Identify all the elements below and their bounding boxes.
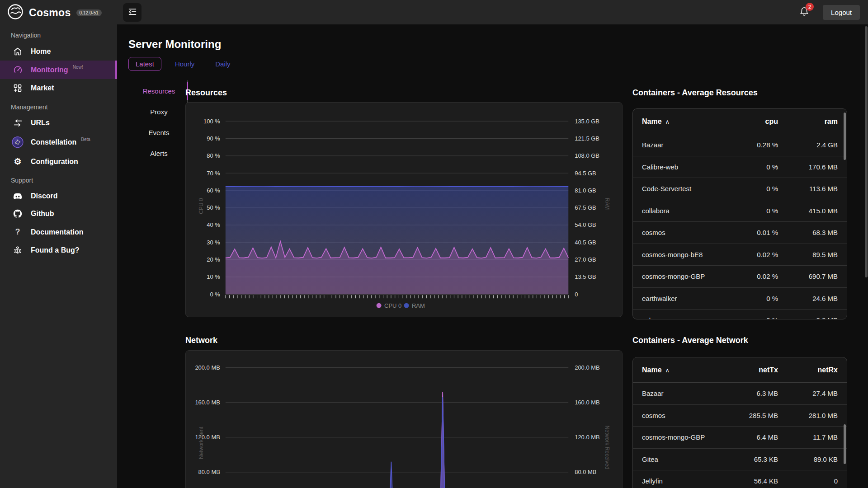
tab-latest[interactable]: Latest — [128, 57, 161, 71]
side-tab-alerts[interactable]: Alerts — [131, 143, 187, 164]
column-header-name[interactable]: Name∧ — [642, 366, 719, 374]
nav-section-support: SupportDiscordGithub?DocumentationFound … — [0, 170, 117, 259]
notifications-button[interactable]: 2 — [799, 6, 809, 19]
cell-value: 0 % — [719, 163, 778, 171]
svg-text:40 %: 40 % — [207, 222, 220, 229]
sidebar-item-github[interactable]: Github — [0, 205, 117, 223]
cell-value: 0 % — [719, 207, 778, 215]
svg-text:50 %: 50 % — [207, 204, 220, 211]
sidebar-item-found-a-bug[interactable]: Found a Bug? — [0, 241, 117, 259]
cell-value: 0.28 % — [719, 141, 778, 149]
cell-name: cosmos-mongo-bE8 — [642, 251, 719, 258]
svg-text:0: 0 — [575, 291, 578, 298]
svg-text:67.5 GB: 67.5 GB — [575, 204, 596, 211]
resources-chart-card: 0 %010 %13.5 GB20 %27.0 GB30 %40.5 GB40 … — [185, 102, 623, 317]
cell-name: cosmos-mongo-GBP — [642, 433, 719, 441]
sidebar-item-constellation[interactable]: ConstellationBeta — [0, 131, 117, 153]
page-scrollbar[interactable] — [865, 26, 868, 277]
cell-value: 170.6 MB — [778, 163, 838, 171]
urls-icon — [12, 119, 24, 127]
sort-asc-icon: ∧ — [665, 367, 670, 374]
sidebar-item-home[interactable]: Home — [0, 42, 117, 61]
sidebar-item-discord[interactable]: Discord — [0, 188, 117, 205]
charts-column: Resources 0 %010 %13.5 GB20 %27.0 GB30 %… — [185, 24, 623, 488]
sidebar-item-label: URLs — [31, 119, 50, 127]
svg-text:40.5 GB: 40.5 GB — [575, 239, 596, 246]
table-scrollbar-thumb[interactable] — [844, 113, 846, 160]
sidebar-item-documentation[interactable]: ?Documentation — [0, 223, 117, 241]
svg-text:13.5 GB: 13.5 GB — [575, 273, 596, 280]
table-row-bazaar: Bazaar0.28 %2.4 GB — [633, 134, 847, 156]
svg-text:CPU 0: CPU 0 — [384, 302, 401, 309]
cell-name: collabora — [642, 207, 719, 215]
sidebar-item-label: Discord — [31, 192, 58, 200]
cell-value: 24.6 MB — [778, 295, 838, 302]
svg-text:160.0 MB: 160.0 MB — [195, 399, 220, 406]
cell-name: echo — [642, 316, 719, 319]
column-header-cpu[interactable]: cpu — [719, 117, 778, 126]
side-tab-resources[interactable]: Resources — [131, 80, 187, 101]
network-chart-card: 80.0 MB80.0 MB120.0 MB120.0 MB160.0 MB16… — [185, 350, 623, 488]
app-name: Cosmos — [29, 7, 71, 19]
question-icon: ? — [12, 227, 24, 237]
cell-name: Bazaar — [642, 141, 719, 149]
cell-name: cosmos-mongo-GBP — [642, 272, 719, 280]
main-content: Server Monitoring LatestHourlyDaily Reso… — [117, 24, 868, 488]
version-badge: 0.12.0-51 — [76, 9, 102, 16]
table-row-cosmos-mongo-be8: cosmos-mongo-bE80.02 %89.5 MB — [633, 244, 847, 266]
cell-value: 56.4 KB — [719, 477, 778, 485]
column-header-nettx[interactable]: netTx — [719, 366, 778, 374]
table-row-collabora: collabora0 %415.0 MB — [633, 200, 847, 222]
logout-button[interactable]: Logout — [823, 5, 860, 20]
sidebar-item-urls[interactable]: URLs — [0, 114, 117, 131]
cell-name: Jellyfin — [642, 477, 719, 485]
cell-value: 0 — [778, 477, 838, 485]
svg-text:80.0 MB: 80.0 MB — [575, 469, 596, 475]
cell-value: 690.7 MB — [778, 272, 838, 280]
nav-section-label: Management — [0, 97, 117, 114]
cell-value: 6.4 MB — [719, 433, 778, 441]
table-row-earthwalker: earthwalker0 %24.6 MB — [633, 288, 847, 310]
item-badge: Beta — [81, 137, 90, 142]
svg-text:30 %: 30 % — [207, 239, 220, 246]
column-header-netrx[interactable]: netRx — [778, 366, 838, 374]
svg-text:60 %: 60 % — [207, 187, 220, 194]
bug-icon — [12, 246, 24, 255]
market-icon — [12, 84, 24, 93]
cell-value: 0 % — [719, 295, 778, 302]
sidebar-item-configuration[interactable]: ⚙Configuration — [0, 153, 117, 170]
sidebar-item-market[interactable]: Market — [0, 79, 117, 97]
svg-text:20 %: 20 % — [207, 256, 220, 263]
table-row-calibre-web: Calibre-web0 %170.6 MB — [633, 156, 847, 178]
gauge-icon — [12, 65, 24, 75]
item-badge: New! — [73, 65, 83, 70]
side-tab-events[interactable]: Events — [131, 122, 187, 143]
table-scrollbar-thumb[interactable] — [844, 424, 846, 464]
svg-text:100 %: 100 % — [203, 118, 220, 125]
cell-value: 0 % — [719, 316, 778, 319]
cell-value: 89.0 KB — [778, 455, 838, 463]
svg-text:10 %: 10 % — [207, 273, 220, 280]
avg-resources-table: Name∧cpuramBazaar0.28 %2.4 GBCalibre-web… — [632, 108, 847, 319]
table-row-cosmos: cosmos285.5 MB281.0 MB — [633, 405, 847, 427]
side-tab-proxy[interactable]: Proxy — [131, 101, 187, 122]
cell-name: Gitea — [642, 455, 719, 463]
column-header-name[interactable]: Name∧ — [642, 117, 719, 126]
svg-text:81.0 GB: 81.0 GB — [575, 187, 596, 194]
sidebar-item-label: Documentation — [31, 228, 83, 236]
svg-text:121.5 GB: 121.5 GB — [575, 135, 599, 142]
avg-network-table: Name∧netTxnetRxBazaar6.3 MB27.4 MBcosmos… — [632, 357, 847, 488]
table-row-code-servertest: Code-Servertest0 %113.6 MB — [633, 178, 847, 200]
sidebar-item-label: Found a Bug? — [31, 246, 80, 254]
table-row-gitea: Gitea65.3 KB89.0 KB — [633, 449, 847, 471]
column-header-ram[interactable]: ram — [778, 117, 838, 126]
gear-icon: ⚙ — [12, 157, 24, 166]
sidebar-item-label: Constellation — [31, 138, 76, 146]
github-icon — [12, 209, 24, 218]
sidebar-item-label: Configuration — [31, 158, 78, 166]
sidebar-item-monitoring[interactable]: MonitoringNew! — [0, 61, 117, 79]
cell-value: 113.6 MB — [778, 185, 838, 192]
resources-chart: 0 %010 %13.5 GB20 %27.0 GB30 %40.5 GB40 … — [186, 103, 622, 317]
table-row-cosmos: cosmos0.01 %68.3 MB — [633, 222, 847, 244]
collapse-sidebar-button[interactable] — [123, 3, 142, 22]
